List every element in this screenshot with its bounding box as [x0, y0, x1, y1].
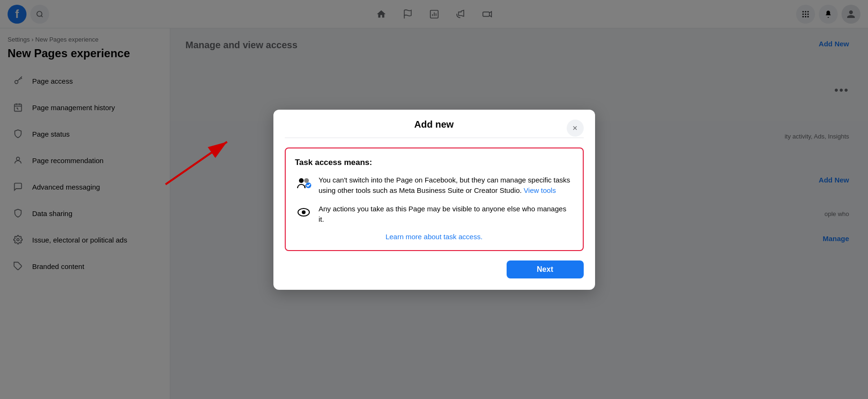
svg-point-31	[302, 210, 306, 214]
learn-more-link[interactable]: Learn more about task access.	[295, 233, 573, 241]
info-text-1: You can't switch into the Page on Facebo…	[319, 175, 573, 196]
task-access-people-icon	[295, 175, 312, 192]
info-row-1: You can't switch into the Page on Facebo…	[295, 175, 573, 196]
info-row-2: Any actions you take as this Page may be…	[295, 204, 573, 225]
info-text-2: Any actions you take as this Page may be…	[319, 204, 573, 225]
modal-header: Add new ×	[285, 119, 584, 138]
add-new-modal: Add new × Task access means:	[273, 110, 595, 290]
svg-point-28	[304, 178, 309, 183]
info-box-title: Task access means:	[295, 158, 573, 167]
task-access-info-box: Task access means: You can't switch into…	[285, 147, 584, 251]
next-button[interactable]: Next	[507, 260, 584, 278]
view-tools-link[interactable]: View tools	[524, 186, 556, 194]
modal-footer: Next	[285, 260, 584, 278]
svg-point-27	[299, 178, 304, 183]
modal-overlay: Add new × Task access means:	[0, 0, 868, 399]
modal-title: Add new	[414, 119, 454, 130]
eye-icon	[295, 204, 312, 221]
modal-close-button[interactable]: ×	[567, 120, 584, 137]
